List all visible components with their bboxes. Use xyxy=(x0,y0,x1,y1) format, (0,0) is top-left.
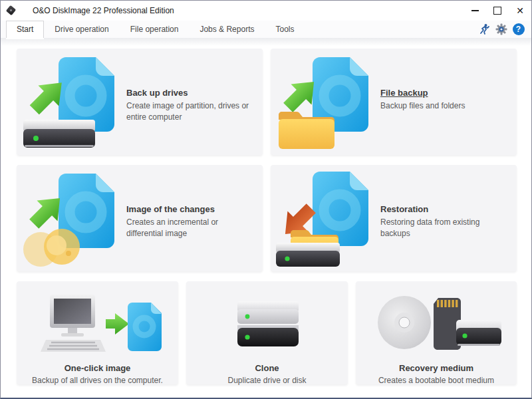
window-controls: ✕ xyxy=(464,1,531,21)
app-logo-icon xyxy=(7,6,17,16)
tile-title: Restoration xyxy=(380,203,507,215)
quick-run-icon[interactable] xyxy=(477,23,490,36)
close-button[interactable]: ✕ xyxy=(509,1,531,21)
maximize-icon xyxy=(493,7,501,15)
help-question-glyph: ? xyxy=(513,23,525,35)
tile-title: Recovery medium xyxy=(356,362,517,374)
tile-description: Restoring data from existing backups xyxy=(380,217,507,239)
maximize-button[interactable] xyxy=(486,1,509,21)
tab-start[interactable]: Start xyxy=(6,21,44,38)
tab-file-operation[interactable]: File operation xyxy=(120,21,190,38)
ribbon-shadow xyxy=(1,38,531,46)
tile-description: Create image of partition, drives or ent… xyxy=(126,100,253,123)
tile-description: Backup of all drives on the computer. xyxy=(17,375,178,386)
tile-restoration[interactable]: Restoration Restoring data from existing… xyxy=(271,165,517,271)
folder-to-image-icon xyxy=(271,49,380,155)
tile-title: One-click image xyxy=(17,362,178,374)
titlebar: O&O DiskImage 22 Professional Edition ✕ xyxy=(1,1,531,21)
tabbar-right-icons: ? xyxy=(477,21,531,38)
close-icon: ✕ xyxy=(516,6,524,15)
tile-title: File backup xyxy=(380,87,507,99)
minimize-icon xyxy=(471,10,479,11)
minimize-button[interactable] xyxy=(464,1,486,21)
tile-file-backup[interactable]: File backup Backup files and folders xyxy=(271,49,517,155)
tile-image-of-changes[interactable]: Image of the changes Creates an incremen… xyxy=(17,165,263,271)
tab-drive-operation[interactable]: Drive operation xyxy=(44,21,119,38)
ribbon-tabbar: Start Drive operation File operation Job… xyxy=(1,21,531,38)
tile-title: Clone xyxy=(186,362,348,374)
drive-to-image-icon xyxy=(17,49,126,155)
restore-from-image-icon xyxy=(271,165,380,271)
tile-description: Backup files and folders xyxy=(380,100,507,112)
tab-tools[interactable]: Tools xyxy=(265,21,305,38)
cd-sdcard-drive-icon xyxy=(356,281,517,361)
tile-description: Creates a bootable boot medium xyxy=(356,375,517,386)
tile-description: Duplicate drive or disk xyxy=(186,375,348,386)
tile-title: Back up drives xyxy=(126,87,253,99)
settings-gear-icon[interactable] xyxy=(495,23,507,36)
stacked-drives-icon xyxy=(186,281,348,361)
tile-clone[interactable]: Clone Duplicate drive or disk xyxy=(186,281,348,384)
tile-backup-drives[interactable]: Back up drives Create image of partition… xyxy=(17,49,263,155)
computer-to-image-icon xyxy=(17,281,178,361)
tile-title: Image of the changes xyxy=(126,203,253,215)
tile-recovery-medium[interactable]: Recovery medium Creates a bootable boot … xyxy=(356,281,517,384)
tab-jobs-reports[interactable]: Jobs & Reports xyxy=(189,21,265,38)
start-page: Back up drives Create image of partition… xyxy=(1,38,531,398)
window-title: O&O DiskImage 22 Professional Edition xyxy=(33,6,174,15)
help-icon[interactable]: ? xyxy=(512,23,525,36)
tile-one-click-image[interactable]: One-click image Backup of all drives on … xyxy=(17,281,178,384)
app-window: O&O DiskImage 22 Professional Edition ✕ … xyxy=(0,0,532,399)
tile-description: Creates an incremental or differential i… xyxy=(126,217,253,239)
incremental-image-icon xyxy=(17,165,126,271)
